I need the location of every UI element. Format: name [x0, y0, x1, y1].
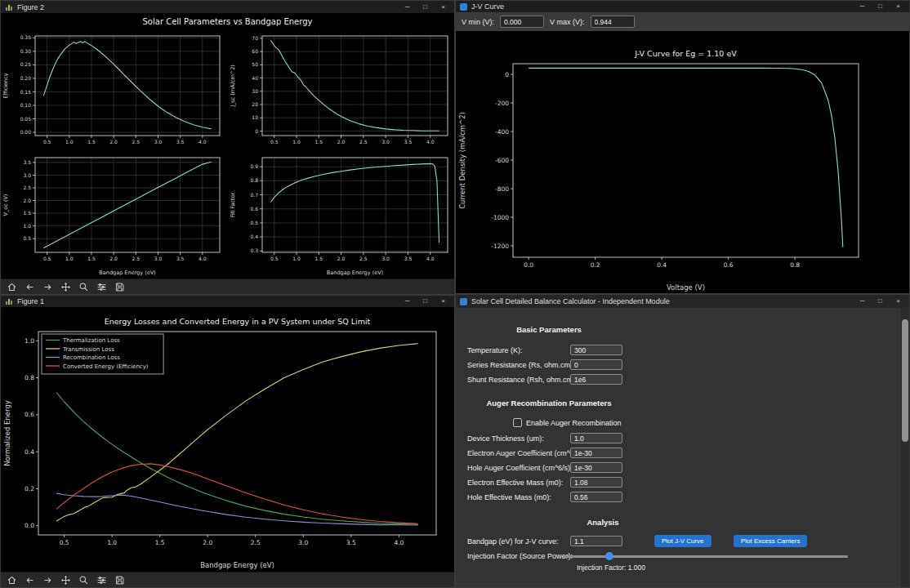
- maximize-button[interactable]: □: [873, 1, 887, 12]
- maximize-button[interactable]: □: [418, 2, 432, 13]
- injection-slider-handle[interactable]: [605, 552, 613, 560]
- svg-text:0.8: 0.8: [790, 261, 800, 269]
- vmin-input[interactable]: [500, 16, 544, 28]
- matplotlib-icon: [5, 297, 13, 305]
- pan-icon[interactable]: [60, 282, 71, 292]
- svg-text:0.4: 0.4: [25, 448, 34, 456]
- svg-text:Efficiency: Efficiency: [2, 73, 9, 98]
- hole-mass-input[interactable]: [570, 492, 622, 502]
- svg-text:2.0: 2.0: [337, 256, 346, 261]
- pan-icon[interactable]: [60, 575, 71, 586]
- svg-text:1.0: 1.0: [65, 256, 74, 261]
- svg-text:3.0: 3.0: [154, 256, 163, 261]
- svg-text:3.0: 3.0: [381, 139, 390, 145]
- injection-factor-label: Injection Factor (Source Power):: [467, 552, 573, 560]
- enable-auger-checkbox[interactable]: [513, 418, 522, 427]
- series-resistance-input[interactable]: [570, 359, 622, 370]
- temperature-input[interactable]: [570, 345, 622, 355]
- maximize-button[interactable]: □: [418, 296, 432, 307]
- figure2-window: Figure 2 ─ □ × Solar Cell Parameters vs …: [0, 0, 455, 295]
- injection-slider[interactable]: [563, 555, 848, 558]
- svg-text:4.0: 4.0: [199, 256, 207, 261]
- jv-titlebar[interactable]: J-V Curve ─ □ ×: [456, 1, 909, 12]
- minimize-button[interactable]: ─: [855, 1, 869, 12]
- vmax-input[interactable]: [591, 16, 635, 28]
- svg-text:1.5: 1.5: [315, 256, 323, 261]
- minimize-button[interactable]: ─: [855, 296, 869, 307]
- minimize-button[interactable]: ─: [400, 296, 414, 307]
- series-resistance-label: Series Resistance (Rs, ohm.cm^2):: [467, 361, 582, 369]
- electron-auger-input[interactable]: [570, 448, 622, 458]
- figure2-subplot-grid: 0.51.01.52.02.53.03.54.00.000.050.100.15…: [1, 31, 454, 278]
- forward-icon[interactable]: [42, 575, 53, 586]
- scrollbar-thumb[interactable]: [902, 319, 908, 442]
- svg-text:0.6: 0.6: [724, 261, 734, 269]
- device-thickness-input[interactable]: [570, 433, 622, 443]
- close-button[interactable]: ×: [436, 2, 450, 13]
- figure2-titlebar[interactable]: Figure 2 ─ □ ×: [1, 1, 454, 13]
- svg-text:-600: -600: [495, 157, 509, 164]
- subplots-icon[interactable]: [96, 282, 107, 292]
- svg-text:0.5: 0.5: [43, 139, 51, 145]
- svg-text:0.9: 0.9: [250, 163, 258, 169]
- svg-text:0: 0: [255, 128, 258, 134]
- jv-window: J-V Curve ─ □ × V min (V): V max (V): 0.…: [455, 0, 910, 294]
- svg-text:0.10: 0.10: [20, 102, 32, 108]
- shunt-resistance-input[interactable]: [570, 374, 622, 385]
- efficiency-plot: 0.51.01.52.02.53.03.54.00.000.050.100.15…: [1, 31, 228, 153]
- svg-text:Current Density (mA/cm^2): Current Density (mA/cm^2): [458, 112, 466, 209]
- close-button[interactable]: ×: [891, 1, 905, 12]
- temperature-label: Temperature (K):: [467, 346, 523, 354]
- svg-text:1.5: 1.5: [315, 139, 323, 145]
- figure2-title: Figure 2: [17, 3, 44, 11]
- home-icon[interactable]: [7, 575, 17, 586]
- vertical-scrollbar[interactable]: [901, 308, 909, 587]
- injection-slider-row: Injection Factor (Source Power):: [456, 550, 899, 562]
- electron-mass-input[interactable]: [570, 477, 622, 488]
- svg-text:2.5: 2.5: [359, 139, 368, 145]
- svg-text:1.5: 1.5: [87, 256, 96, 261]
- svg-text:70: 70: [252, 35, 258, 41]
- save-icon[interactable]: [114, 282, 125, 292]
- calculator-titlebar[interactable]: Solar Cell Detailed Balance Calculator -…: [456, 295, 909, 308]
- svg-text:1.5: 1.5: [23, 210, 31, 216]
- zoom-icon[interactable]: [78, 575, 89, 586]
- figure1-titlebar[interactable]: Figure 1 ─ □ ×: [1, 296, 454, 307]
- hole-auger-input[interactable]: [570, 462, 622, 473]
- forward-icon[interactable]: [42, 282, 53, 292]
- svg-text:3.0: 3.0: [298, 539, 308, 546]
- jv-canvas: 0.00.20.40.60.80-200-400-600-800-1000-12…: [456, 31, 909, 293]
- maximize-button[interactable]: □: [873, 296, 887, 307]
- home-icon[interactable]: [7, 282, 17, 292]
- svg-text:2.0: 2.0: [109, 256, 118, 261]
- plot-excess-carriers-button[interactable]: Plot Excess Carriers: [734, 535, 807, 547]
- svg-text:Converted Energy (Efficiency): Converted Energy (Efficiency): [63, 363, 149, 370]
- svg-text:Transmission Loss: Transmission Loss: [62, 346, 114, 353]
- plot-jv-curve-button[interactable]: Plot J-V Curve: [654, 535, 711, 547]
- svg-text:Voltage (V): Voltage (V): [667, 283, 705, 292]
- close-button[interactable]: ×: [436, 296, 450, 307]
- svg-text:-400: -400: [495, 128, 509, 136]
- minimize-button[interactable]: ─: [400, 2, 414, 13]
- back-icon[interactable]: [25, 282, 35, 292]
- svg-text:0.15: 0.15: [20, 89, 32, 95]
- svg-text:2.5: 2.5: [251, 539, 261, 546]
- svg-text:Recombination Loss: Recombination Loss: [63, 354, 120, 361]
- close-button[interactable]: ×: [891, 296, 905, 307]
- svg-text:0.6: 0.6: [250, 206, 258, 212]
- shunt-resistance-label: Shunt Resistance (Rsh, ohm.cm^2):: [467, 376, 585, 384]
- save-icon[interactable]: [114, 575, 125, 586]
- svg-text:1.5: 1.5: [155, 539, 165, 546]
- back-icon[interactable]: [25, 575, 35, 586]
- vmax-label: V max (V):: [550, 18, 585, 26]
- zoom-icon[interactable]: [78, 282, 89, 292]
- svg-text:0.25: 0.25: [20, 61, 32, 67]
- figure2-toolbar: [1, 278, 454, 294]
- subplots-icon[interactable]: [96, 575, 107, 586]
- svg-text:-800: -800: [495, 185, 509, 193]
- electron-auger-row: Electron Auger Coefficient (cm^6/s):: [456, 448, 899, 459]
- svg-text:2.0: 2.0: [337, 139, 346, 145]
- bandgap-input[interactable]: [570, 536, 622, 546]
- enable-auger-label: Enable Auger Recombination: [526, 419, 622, 427]
- svg-text:Fill Factor: Fill Factor: [230, 192, 236, 217]
